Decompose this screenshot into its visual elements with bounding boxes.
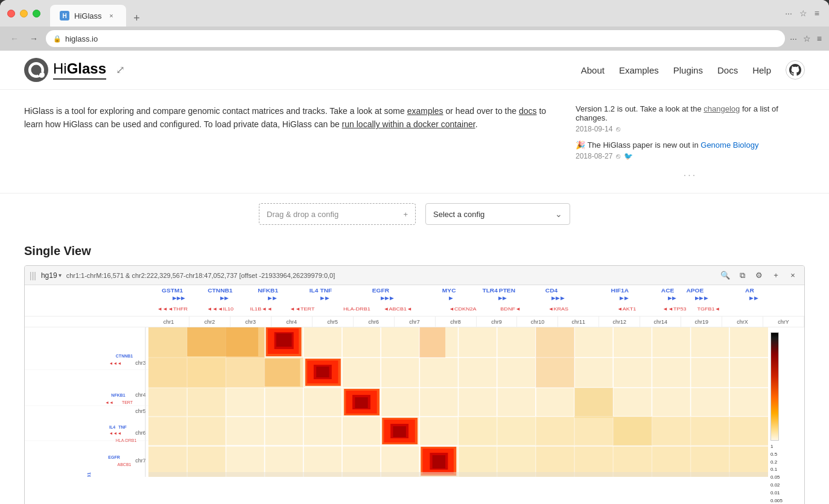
chr-label-7: chr7 — [395, 317, 436, 327]
svg-rect-96 — [355, 397, 367, 408]
genome-label: hg19 — [41, 271, 57, 280]
svg-rect-104 — [433, 455, 445, 468]
browser-menu-button[interactable]: ≡ — [817, 34, 822, 43]
svg-text:▶▶: ▶▶ — [268, 295, 277, 301]
address-right-controls: ··· ☆ ≡ — [790, 34, 822, 43]
location-text: chr1:1-chrM:16,571 & chr2:222,329,567-ch… — [66, 272, 714, 279]
back-button[interactable]: ← — [7, 31, 22, 46]
svg-text:▶▶: ▶▶ — [620, 295, 629, 301]
site-nav: HiGlass ⤢ About Examples Plugins Docs He… — [0, 51, 829, 90]
bookmark-star-button[interactable]: ☆ — [803, 34, 811, 43]
toolbar-actions: 🔍 ⧉ ⚙ + × — [719, 269, 799, 282]
share-icon-2[interactable]: ⎋ — [616, 152, 620, 160]
tab-close-button[interactable]: × — [107, 11, 116, 20]
drag-handle[interactable]: ||| — [30, 271, 36, 280]
close-view-button[interactable]: × — [786, 269, 799, 282]
examples-link[interactable]: examples — [407, 106, 443, 116]
svg-rect-100 — [393, 426, 405, 437]
bookmark-button[interactable]: ☆ — [799, 8, 807, 18]
browser-controls: ··· ☆ ≡ — [785, 8, 819, 18]
url-bar[interactable]: 🔒 higlass.io — [46, 30, 785, 47]
left-side-labels: CTNNB1 CTNNB1 ◄◄◄ chr3 NFKB1 ◄◄ TERT chr — [25, 285, 148, 504]
svg-text:CTNNB1: CTNNB1 — [86, 472, 92, 477]
more-options-button[interactable]: ··· — [790, 34, 797, 43]
svg-point-0 — [25, 59, 47, 81]
svg-text:◄CDKN2A: ◄CDKN2A — [449, 306, 477, 312]
svg-text:MYC: MYC — [442, 288, 456, 294]
date-line-1: 2018-09-14 ⎋ — [576, 125, 805, 133]
chr-label-2: chr2 — [189, 317, 230, 327]
svg-text:◄◄TERT: ◄◄TERT — [290, 306, 315, 312]
menu-button[interactable]: ≡ — [815, 8, 819, 18]
add-view-button[interactable]: + — [769, 269, 783, 282]
svg-rect-88 — [276, 333, 292, 347]
heatmap-svg — [148, 327, 768, 477]
nav-examples[interactable]: Examples — [619, 65, 659, 75]
chr-label-19: chr19 — [681, 317, 722, 327]
new-tab-button[interactable]: + — [129, 10, 145, 27]
twitter-icon[interactable]: 🐦 — [624, 152, 633, 160]
maximize-button[interactable] — [33, 10, 40, 17]
ellipsis: ... — [576, 168, 805, 178]
settings-button[interactable]: ⚙ — [752, 269, 766, 282]
chr-label-5: chr5 — [313, 317, 354, 327]
svg-text:▶▶▶: ▶▶▶ — [551, 295, 565, 301]
version-line: Version 1.2 is out. Take a look at the c… — [576, 104, 805, 122]
search-button[interactable]: 🔍 — [719, 269, 732, 282]
svg-text:◄AKT1: ◄AKT1 — [617, 306, 637, 312]
genome-chevron-icon: ▾ — [59, 272, 62, 279]
chr-names-row: chr1 chr2 chr3 chr4 chr5 chr6 chr7 chr8 … — [148, 317, 804, 327]
svg-text:IL4: IL4 — [310, 288, 319, 294]
svg-text:CTNNB1: CTNNB1 — [116, 354, 133, 358]
genome-selector[interactable]: hg19 ▾ — [41, 271, 62, 280]
svg-text:HLA-DRB1: HLA-DRB1 — [116, 438, 137, 443]
svg-point-2 — [38, 72, 44, 78]
heatmap-area[interactable] — [148, 327, 768, 477]
scale-value-4: 0.1 — [770, 466, 785, 474]
svg-text:EGFR: EGFR — [372, 288, 389, 294]
svg-rect-114 — [574, 388, 613, 418]
nav-docs[interactable]: Docs — [717, 65, 738, 75]
expand-icon[interactable]: ⤢ — [116, 63, 125, 77]
section-title: Single View — [24, 244, 805, 258]
github-icon[interactable] — [786, 60, 805, 80]
svg-text:◄ABCB1◄: ◄ABCB1◄ — [384, 306, 413, 312]
docs-link[interactable]: docs — [519, 106, 537, 116]
copy-button[interactable]: ⧉ — [735, 269, 749, 282]
chr-label-14: chr14 — [640, 317, 681, 327]
svg-text:▶: ▶ — [449, 295, 453, 301]
config-select[interactable]: Select a config ⌄ — [425, 203, 570, 225]
nav-help[interactable]: Help — [752, 65, 771, 75]
svg-text:▶▶: ▶▶ — [498, 295, 507, 301]
svg-text:▶▶: ▶▶ — [749, 295, 758, 301]
hero-news: Version 1.2 is out. Take a look at the c… — [576, 104, 805, 178]
svg-text:APOE: APOE — [686, 288, 704, 294]
nav-about[interactable]: About — [581, 65, 605, 75]
genome-biology-link[interactable]: Genome Biology — [700, 140, 758, 150]
title-bar: H HiGlass × + ··· ☆ ≡ — [0, 0, 829, 27]
svg-text:IL4: IL4 — [109, 425, 115, 429]
svg-text:NFKB1: NFKB1 — [111, 393, 125, 397]
docker-link[interactable]: run locally within a docker container — [342, 119, 475, 129]
svg-point-1 — [30, 64, 42, 76]
tab-higlass[interactable]: H HiGlass × — [50, 5, 126, 27]
close-button[interactable] — [7, 10, 15, 17]
more-button[interactable]: ··· — [785, 8, 792, 18]
svg-text:▶▶▶: ▶▶▶ — [173, 295, 186, 301]
higlass-viewer: ||| hg19 ▾ chr1:1-chrM:16,571 & chr2:222… — [24, 265, 805, 504]
select-label: Select a config — [433, 210, 484, 219]
nav-plugins[interactable]: Plugins — [673, 65, 703, 75]
changelog-link[interactable]: changelog — [704, 104, 740, 113]
svg-rect-118 — [148, 446, 768, 447]
svg-text:chr5: chr5 — [135, 408, 146, 414]
forward-button[interactable]: → — [27, 31, 41, 46]
logo-text-container: HiGlass — [53, 60, 106, 80]
svg-text:IL1B◄◄: IL1B◄◄ — [250, 306, 273, 312]
svg-text:chr6: chr6 — [135, 430, 146, 436]
tabs-area: H HiGlass × + — [50, 0, 145, 27]
drop-zone[interactable]: Drag & drop a config + — [259, 203, 416, 225]
svg-rect-113 — [536, 327, 574, 388]
hero-text: HiGlass is a tool for exploring and comp… — [24, 104, 551, 131]
minimize-button[interactable] — [20, 10, 28, 17]
share-icon-1[interactable]: ⎋ — [616, 125, 620, 133]
